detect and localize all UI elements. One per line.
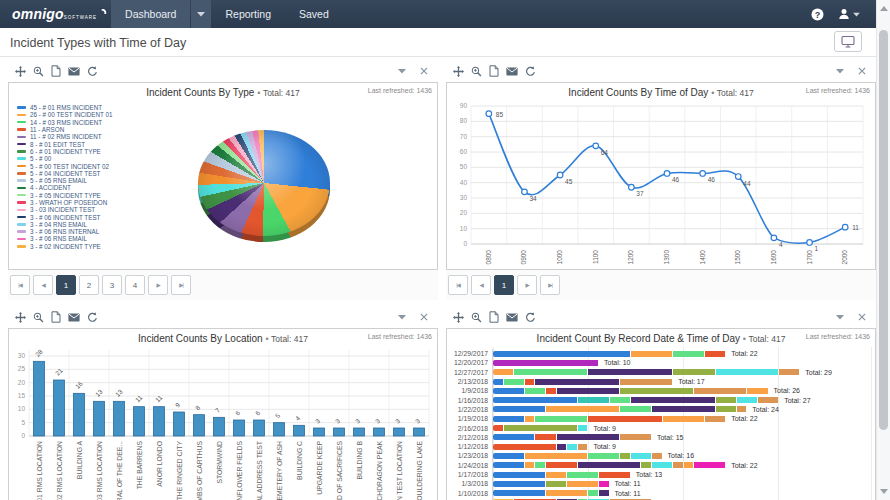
legend-item[interactable]: 5 - # 00 TEST INCIDENT 02 (17, 162, 113, 169)
export-pdf-icon[interactable] (47, 309, 65, 325)
pager-first-button[interactable]: |◀ (448, 275, 468, 295)
brand-logo[interactable]: omnigoSOFTWARE (0, 6, 111, 22)
pager-next-button[interactable]: ▶ (517, 275, 537, 295)
nav-item-reporting[interactable]: Reporting (211, 0, 285, 28)
pager-page-1[interactable]: 1 (56, 275, 76, 295)
pager-last-button[interactable]: ▶| (171, 275, 191, 295)
dashboard-dropdown-button[interactable] (191, 0, 211, 28)
pie-disc[interactable] (198, 130, 330, 236)
email-icon[interactable] (65, 63, 83, 79)
legend-item[interactable]: 14 - # 03 RMS INCIDENT (17, 119, 113, 126)
stacked-bar[interactable] (493, 481, 610, 487)
scroll-up-icon[interactable] (880, 6, 888, 11)
bar[interactable] (394, 428, 405, 436)
help-icon[interactable]: ? (811, 8, 824, 21)
email-icon[interactable] (503, 63, 521, 79)
legend-item[interactable]: 26 - # 00 TEST INCIDENT 01 (17, 111, 113, 118)
zoom-in-icon[interactable] (29, 309, 47, 325)
pager-prev-button[interactable]: ◀ (33, 275, 53, 295)
bar[interactable] (54, 380, 65, 436)
bar[interactable] (194, 415, 205, 436)
collapse-icon[interactable] (834, 63, 846, 79)
close-icon[interactable] (418, 63, 430, 79)
stacked-bar[interactable] (493, 434, 652, 440)
move-icon[interactable] (449, 63, 467, 79)
legend-item[interactable]: 45 - # 01 RMS INCIDENT (17, 104, 113, 111)
pager-page-3[interactable]: 3 (102, 275, 122, 295)
move-icon[interactable] (11, 63, 29, 79)
legend-item[interactable]: 3 - # 05 INCIDENT TYPE (17, 192, 113, 199)
legend-item[interactable]: 3 - # 06 RNS EMAIL (17, 235, 113, 242)
stacked-bar[interactable] (493, 490, 610, 496)
bar[interactable] (94, 401, 105, 436)
legend-item[interactable]: 3 - WRATH OF POSEIDON (17, 199, 113, 206)
export-pdf-icon[interactable] (485, 63, 503, 79)
bar[interactable] (374, 428, 385, 436)
collapse-icon[interactable] (834, 309, 846, 325)
legend-item[interactable]: 8 - # 01 EDIT TEST (17, 140, 113, 147)
bar[interactable] (114, 401, 125, 436)
pager-last-button[interactable]: ▶| (540, 275, 560, 295)
bar[interactable] (174, 412, 185, 436)
stacked-bar[interactable] (493, 462, 726, 468)
legend-item[interactable]: 3 - # 02 INCIDENT TYPE (17, 243, 113, 250)
export-pdf-icon[interactable] (485, 309, 503, 325)
stacked-bar[interactable] (493, 397, 779, 403)
stacked-bar[interactable] (493, 388, 769, 394)
pager-page-2[interactable]: 2 (79, 275, 99, 295)
stacked-bar[interactable] (493, 369, 800, 375)
legend-item[interactable]: 3 - 03 INCIDENT TEST (17, 206, 113, 213)
pager-page-1[interactable]: 1 (494, 275, 514, 295)
email-icon[interactable] (503, 309, 521, 325)
refresh-icon[interactable] (521, 309, 539, 325)
pager-first-button[interactable]: |◀ (10, 275, 30, 295)
collapse-icon[interactable] (396, 309, 408, 325)
stacked-bar[interactable] (493, 444, 588, 450)
bar[interactable] (334, 428, 345, 436)
zoom-in-icon[interactable] (29, 63, 47, 79)
bar[interactable] (74, 393, 85, 436)
refresh-icon[interactable] (83, 63, 101, 79)
stacked-bar[interactable] (493, 416, 726, 422)
close-icon[interactable] (856, 309, 868, 325)
bar[interactable] (214, 417, 225, 436)
stacked-bar[interactable] (493, 453, 663, 459)
move-icon[interactable] (449, 309, 467, 325)
legend-item[interactable]: 4 - ACCIDENT (17, 184, 113, 191)
zoom-in-icon[interactable] (467, 63, 485, 79)
stacked-bar[interactable] (493, 351, 726, 357)
bar[interactable] (354, 428, 365, 436)
bar[interactable] (414, 428, 425, 436)
refresh-icon[interactable] (521, 63, 539, 79)
nav-item-dashboard[interactable]: Dashboard (111, 0, 190, 28)
page-scrollbar[interactable] (876, 0, 890, 500)
bar[interactable] (274, 423, 285, 436)
close-icon[interactable] (856, 63, 868, 79)
scrollbar-thumb[interactable] (879, 30, 888, 430)
fullscreen-button[interactable] (834, 31, 862, 52)
bar[interactable] (254, 420, 265, 436)
email-icon[interactable] (65, 309, 83, 325)
legend-item[interactable]: 3 - # 06 RNS INTERNAL (17, 228, 113, 235)
close-icon[interactable] (418, 309, 430, 325)
legend-item[interactable]: 3 - # 06 INCIDENT TEST (17, 213, 113, 220)
bar[interactable] (314, 428, 325, 436)
bar[interactable] (134, 407, 145, 436)
legend-item[interactable]: 11 - # 02 RMS INCIDENT (17, 133, 113, 140)
refresh-icon[interactable] (83, 309, 101, 325)
legend-item[interactable]: 3 - # 04 RNS EMAIL (17, 221, 113, 228)
legend-item[interactable]: 6 - # 01 INCIDENT TYPE (17, 148, 113, 155)
stacked-bar[interactable] (493, 406, 747, 412)
stacked-bar[interactable] (493, 360, 599, 366)
scroll-down-icon[interactable] (880, 489, 888, 494)
legend-item[interactable]: 5 - # 04 INCIDENT TEST (17, 170, 113, 177)
bar[interactable] (294, 425, 305, 436)
export-pdf-icon[interactable] (47, 63, 65, 79)
stacked-bar[interactable] (493, 379, 673, 385)
user-menu[interactable] (838, 8, 860, 20)
zoom-in-icon[interactable] (467, 309, 485, 325)
stacked-bar[interactable] (493, 472, 631, 478)
pager-prev-button[interactable]: ◀ (471, 275, 491, 295)
collapse-icon[interactable] (396, 63, 408, 79)
bar[interactable] (154, 407, 165, 436)
